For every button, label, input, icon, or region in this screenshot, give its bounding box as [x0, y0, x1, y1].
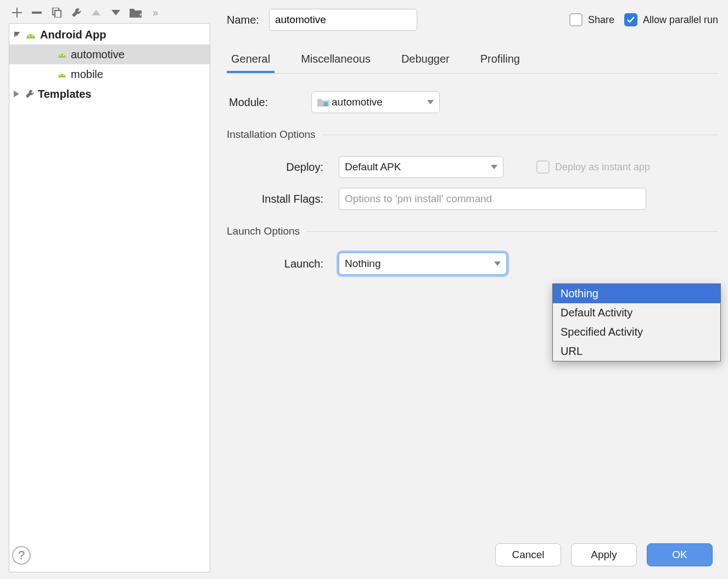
expand-icon[interactable]: » — [149, 7, 161, 19]
config-toolbar: + » — [9, 4, 210, 23]
help-icon[interactable]: ? — [12, 546, 31, 565]
dialog-footer: ? Cancel Apply OK — [0, 531, 728, 579]
launch-option-specified-activity[interactable]: Specified Activity — [553, 322, 720, 342]
launch-option-default-activity[interactable]: Default Activity — [553, 303, 720, 322]
svg-point-9 — [63, 75, 64, 76]
tab-general[interactable]: General — [227, 47, 275, 73]
launch-option-url[interactable]: URL — [553, 342, 720, 361]
module-label: Module: — [229, 96, 300, 109]
launch-label: Launch: — [245, 258, 328, 270]
tab-profiling[interactable]: Profiling — [476, 47, 524, 73]
checkbox-checked-icon — [624, 13, 637, 26]
tree-item-android-app[interactable]: Android App — [9, 25, 210, 44]
disclosure-closed-icon[interactable] — [14, 91, 21, 97]
svg-point-6 — [60, 55, 61, 56]
share-checkbox[interactable]: Share — [569, 13, 614, 26]
config-tabs: General Miscellaneous Debugger Profiling — [227, 47, 718, 74]
instant-app-checkbox: Deploy as instant app — [536, 160, 650, 174]
launch-combo[interactable]: Nothing — [339, 253, 507, 275]
move-down-icon[interactable] — [110, 7, 122, 19]
module-folder-icon — [317, 98, 329, 107]
tree-label: Android App — [40, 29, 106, 41]
svg-rect-0 — [32, 12, 42, 14]
allow-parallel-checkbox[interactable]: Allow parallel run — [624, 13, 718, 26]
checkbox-icon — [569, 13, 583, 26]
configurations-panel: + » Android App automotive — [0, 0, 217, 579]
chevron-down-icon — [491, 165, 497, 169]
cancel-button[interactable]: Cancel — [495, 543, 561, 566]
apply-button[interactable]: Apply — [571, 543, 637, 566]
install-flags-input[interactable] — [339, 188, 646, 210]
copy-icon[interactable] — [51, 7, 63, 19]
launch-section-title: Launch Options — [227, 225, 300, 237]
ok-button[interactable]: OK — [647, 543, 713, 566]
svg-point-5 — [32, 35, 33, 36]
deploy-value: Default APK — [345, 161, 401, 173]
launch-value: Nothing — [345, 258, 381, 270]
module-value: automotive — [332, 96, 383, 108]
svg-text:+: + — [139, 11, 142, 18]
tree-item-automotive[interactable]: automotive — [9, 44, 210, 64]
svg-rect-10 — [324, 102, 328, 106]
deploy-combo[interactable]: Default APK — [339, 156, 503, 178]
instant-app-label: Deploy as instant app — [555, 162, 650, 173]
disclosure-open-icon[interactable] — [14, 31, 21, 38]
add-icon[interactable] — [11, 7, 23, 19]
move-up-icon[interactable] — [90, 7, 102, 19]
tree-item-mobile[interactable]: mobile — [9, 64, 210, 84]
tree-item-templates[interactable]: Templates — [9, 84, 210, 104]
deploy-label: Deploy: — [245, 161, 328, 174]
svg-point-7 — [63, 55, 64, 56]
wrench-icon — [25, 89, 35, 99]
checkbox-icon — [536, 160, 550, 174]
install-flags-label: Install Flags: — [245, 193, 328, 205]
svg-point-8 — [60, 75, 61, 76]
config-tree[interactable]: Android App automotive mobile — [9, 23, 210, 572]
android-icon — [57, 71, 68, 77]
tree-label: automotive — [71, 48, 125, 61]
tree-label: mobile — [71, 68, 103, 81]
section-divider — [322, 135, 718, 135]
share-label: Share — [588, 14, 614, 26]
svg-point-4 — [29, 35, 30, 36]
allow-parallel-label: Allow parallel run — [643, 14, 718, 26]
name-input[interactable] — [269, 9, 417, 31]
chevron-down-icon — [427, 100, 434, 104]
config-detail-panel: Name: Share Allow parallel run General M… — [217, 0, 728, 579]
wrench-icon[interactable] — [70, 7, 82, 19]
launch-dropdown-popup[interactable]: Nothing Default Activity Specified Activ… — [552, 283, 721, 361]
launch-option-nothing[interactable]: Nothing — [553, 284, 720, 303]
android-icon — [57, 51, 68, 58]
tree-label: Templates — [38, 88, 91, 101]
name-label: Name: — [227, 14, 259, 26]
tab-debugger[interactable]: Debugger — [397, 47, 454, 73]
module-combo[interactable]: automotive — [311, 91, 440, 113]
android-icon — [25, 31, 37, 38]
tab-miscellaneous[interactable]: Miscellaneous — [296, 47, 375, 73]
section-divider — [306, 231, 718, 232]
remove-icon[interactable] — [31, 7, 43, 19]
installation-section-title: Installation Options — [227, 129, 316, 141]
folder-icon[interactable]: + — [130, 7, 142, 19]
chevron-down-icon — [494, 261, 501, 266]
svg-rect-2 — [55, 10, 61, 18]
